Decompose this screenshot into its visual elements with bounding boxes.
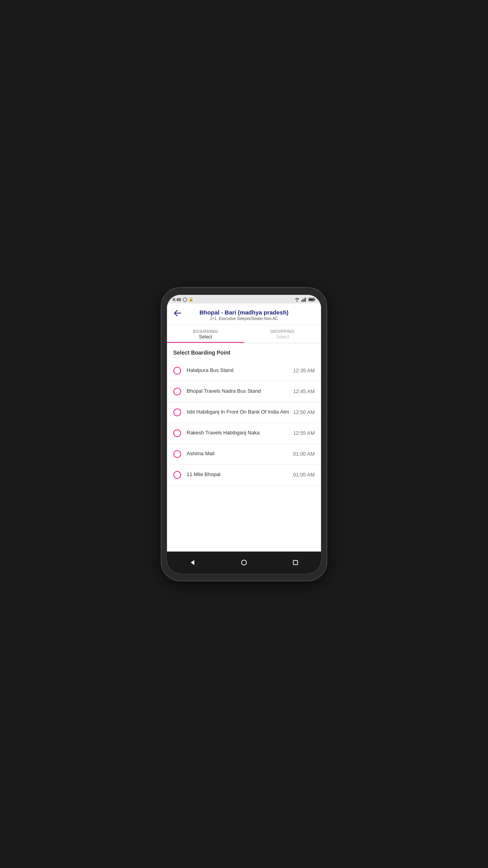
tab-boarding-label: BOARDING <box>167 329 244 334</box>
app-content: Bhopal - Bari (madhya pradesh) 2+1, Exec… <box>167 303 321 552</box>
list-item[interactable]: 11 Mile Bhopal 01:05 AM <box>167 465 321 485</box>
route-title: Bhopal - Bari (madhya pradesh) <box>173 309 315 316</box>
page-header: Bhopal - Bari (madhya pradesh) 2+1, Exec… <box>167 303 321 325</box>
list-item[interactable]: Rakesh Travels Habibganj Naka 12:55 AM <box>167 423 321 444</box>
tab-dropping[interactable]: DROPPING Select <box>244 325 321 343</box>
tab-dropping-value: Select <box>244 334 321 340</box>
status-bar: 4:46 ◯ 🔒 <box>167 295 321 303</box>
battery-icon <box>308 297 316 302</box>
stop-name-4: Rakesh Travels Habibganj Naka <box>187 430 290 436</box>
radio-btn-2[interactable] <box>173 388 181 395</box>
circle-icon: ◯ <box>183 297 187 302</box>
nav-back-button[interactable] <box>185 555 200 570</box>
stop-time-3: 12:50 AM <box>293 409 315 415</box>
stop-name-3: Isbt Habibganj In Front On Bank Of India… <box>187 409 290 416</box>
section-heading: Select Boarding Point <box>167 343 321 360</box>
radio-btn-3[interactable] <box>173 408 181 416</box>
list-item[interactable]: Halalpura Bus Stand 12:35 AM <box>167 360 321 381</box>
radio-btn-6[interactable] <box>173 471 181 479</box>
list-item[interactable]: Isbt Habibganj In Front On Bank Of India… <box>167 402 321 423</box>
stop-time-2: 12:45 AM <box>293 388 315 394</box>
radio-btn-1[interactable] <box>173 367 181 375</box>
stop-time-4: 12:55 AM <box>293 430 315 436</box>
tab-dropping-label: DROPPING <box>244 329 321 334</box>
stop-time-5: 01:00 AM <box>293 451 315 457</box>
route-subtitle: 2+1, Executive Sleeper/Seater,Non-AC <box>173 316 315 321</box>
svg-rect-2 <box>304 298 305 302</box>
phone-frame: 4:46 ◯ 🔒 <box>161 288 327 581</box>
stop-name-2: Bhopal Travels Nadra Bus Stand <box>187 388 290 395</box>
svg-rect-1 <box>303 299 303 302</box>
tab-boarding-value: Select <box>167 334 244 340</box>
radio-btn-5[interactable] <box>173 450 181 458</box>
stop-time-6: 01:05 AM <box>293 472 315 478</box>
svg-rect-6 <box>309 298 314 300</box>
nav-home-button[interactable] <box>237 555 251 570</box>
stop-name-6: 11 Mile Bhopal <box>187 471 290 478</box>
svg-rect-9 <box>293 560 297 565</box>
status-left: 4:46 ◯ 🔒 <box>172 297 193 302</box>
status-right <box>294 297 316 302</box>
list-item[interactable]: Bhopal Travels Nadra Bus Stand 12:45 AM <box>167 381 321 402</box>
boarding-list: Halalpura Bus Stand 12:35 AM Bhopal Trav… <box>167 360 321 552</box>
svg-marker-7 <box>191 560 194 565</box>
stop-name-5: Ashima Mall <box>187 451 290 457</box>
status-time: 4:46 <box>172 297 181 302</box>
svg-point-8 <box>242 560 247 565</box>
radio-btn-4[interactable] <box>173 429 181 437</box>
lock-icon: 🔒 <box>189 297 193 302</box>
stop-time-1: 12:35 AM <box>293 368 315 373</box>
list-item[interactable]: Ashima Mall 01:00 AM <box>167 444 321 465</box>
svg-rect-5 <box>315 299 316 300</box>
tab-boarding[interactable]: BOARDING Select <box>167 325 244 343</box>
bottom-nav <box>167 552 321 574</box>
stop-name-1: Halalpura Bus Stand <box>187 367 290 374</box>
nav-recents-button[interactable] <box>288 555 303 570</box>
wifi-icon <box>294 297 300 302</box>
back-button[interactable] <box>172 308 183 320</box>
svg-rect-0 <box>301 300 302 302</box>
svg-rect-3 <box>305 298 306 302</box>
tabs-container: BOARDING Select DROPPING Select <box>167 325 321 343</box>
phone-screen: 4:46 ◯ 🔒 <box>167 295 321 574</box>
signal-icon <box>301 297 307 302</box>
